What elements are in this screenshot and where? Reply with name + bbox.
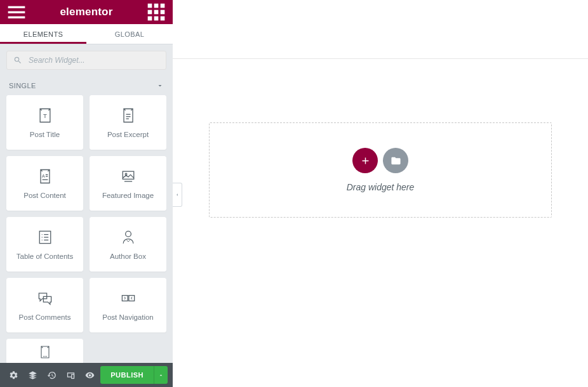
section-single-header[interactable]: SINGLE — [0, 76, 173, 95]
tab-global[interactable]: GLOBAL — [86, 24, 173, 44]
widget-grid: T Post Title Post Excerpt A Post Content… — [0, 95, 173, 363]
post-info-icon — [37, 344, 53, 360]
menu-button[interactable] — [6, 2, 27, 22]
collapse-panel-button[interactable] — [173, 183, 182, 207]
svg-rect-20 — [123, 171, 134, 179]
settings-button[interactable] — [5, 365, 22, 384]
svg-rect-0 — [8, 6, 25, 8]
layers-icon — [28, 371, 37, 380]
section-title: SINGLE — [9, 82, 36, 89]
caret-up-icon — [158, 372, 164, 378]
svg-point-30 — [125, 231, 131, 237]
search-input[interactable] — [27, 55, 159, 65]
widget-label: Table of Contents — [17, 253, 74, 260]
svg-rect-8 — [161, 10, 165, 15]
svg-point-21 — [125, 173, 127, 175]
widget-label: Post Comments — [19, 313, 71, 321]
post-nav-icon — [119, 289, 137, 307]
widget-label: Featured Image — [102, 192, 154, 199]
widget-post-info[interactable] — [6, 339, 83, 363]
widget-label: Author Box — [110, 253, 146, 260]
svg-rect-36 — [71, 374, 74, 378]
add-section-button[interactable] — [352, 148, 378, 173]
widget-featured-image[interactable]: Featured Image — [90, 156, 166, 211]
widget-label: Post Navigation — [102, 313, 154, 321]
svg-rect-3 — [148, 4, 152, 8]
widget-label: Post Excerpt — [107, 131, 149, 138]
svg-rect-6 — [148, 10, 152, 15]
widget-post-title[interactable]: T Post Title — [6, 95, 83, 150]
post-content-icon: A — [36, 167, 54, 185]
widget-author-box[interactable]: Author Box — [90, 217, 166, 272]
publish-options-button[interactable] — [154, 366, 168, 384]
svg-rect-4 — [154, 4, 159, 8]
preview-button[interactable] — [81, 365, 98, 384]
widgets-panel-button[interactable] — [146, 2, 166, 22]
publish-button[interactable]: PUBLISH — [100, 366, 154, 384]
dropzone-text: Drag widget here — [347, 182, 415, 192]
sidebar-header: elementor — [0, 0, 173, 24]
responsive-button[interactable] — [62, 365, 79, 384]
history-icon — [47, 371, 57, 380]
widget-label: Post Title — [30, 131, 60, 138]
svg-rect-7 — [154, 10, 159, 15]
toc-icon — [36, 228, 54, 246]
widget-table-of-contents[interactable]: Table of Contents — [6, 217, 83, 272]
widget-post-navigation[interactable]: Post Navigation — [90, 278, 166, 332]
sidebar-footer: PUBLISH — [0, 363, 173, 387]
widget-label: Post Content — [23, 192, 65, 199]
featured-image-icon — [119, 167, 137, 185]
search-wrap — [0, 44, 173, 76]
widget-post-comments[interactable]: Post Comments — [6, 278, 83, 332]
widget-post-excerpt[interactable]: Post Excerpt — [90, 95, 166, 150]
widget-post-content[interactable]: A Post Content — [6, 156, 83, 211]
svg-point-35 — [46, 356, 47, 357]
svg-rect-5 — [161, 4, 165, 8]
svg-rect-32 — [128, 296, 134, 301]
svg-rect-2 — [8, 16, 25, 18]
chevron-down-icon — [156, 82, 164, 89]
chevron-left-icon — [175, 192, 180, 197]
author-icon — [119, 228, 137, 246]
svg-point-34 — [44, 356, 46, 357]
app-logo: elementor — [60, 6, 112, 18]
hamburger-icon — [6, 2, 27, 22]
svg-rect-10 — [154, 16, 159, 21]
comments-icon — [36, 289, 54, 307]
svg-point-33 — [43, 356, 44, 357]
search-icon — [13, 56, 22, 65]
post-title-icon: T — [36, 107, 54, 124]
publish-group: PUBLISH — [100, 366, 168, 384]
history-button[interactable] — [43, 365, 60, 384]
gear-icon — [9, 371, 18, 380]
empty-section-dropzone[interactable]: Drag widget here — [209, 122, 552, 218]
svg-rect-31 — [122, 296, 128, 301]
eye-icon — [85, 371, 95, 380]
responsive-icon — [66, 371, 76, 380]
svg-rect-1 — [8, 11, 25, 13]
plus-icon — [360, 155, 371, 166]
post-excerpt-icon — [119, 107, 137, 124]
svg-text:A: A — [42, 174, 45, 178]
svg-rect-11 — [161, 16, 165, 21]
folder-icon — [391, 155, 401, 166]
panel-tabs: ELEMENTS GLOBAL — [0, 24, 173, 44]
canvas-body: Drag widget here — [173, 59, 588, 387]
tab-elements[interactable]: ELEMENTS — [0, 24, 86, 44]
editor-sidebar: elementor ELEMENTS GLOBAL SINGLE T Post … — [0, 0, 173, 387]
editor-canvas: Drag widget here — [173, 0, 588, 387]
svg-text:T: T — [43, 112, 47, 119]
grid-icon — [146, 2, 166, 22]
navigator-button[interactable] — [24, 365, 41, 384]
add-template-button[interactable] — [383, 148, 408, 173]
svg-rect-9 — [148, 16, 152, 21]
dropzone-buttons — [352, 148, 408, 173]
search-field[interactable] — [6, 51, 166, 70]
